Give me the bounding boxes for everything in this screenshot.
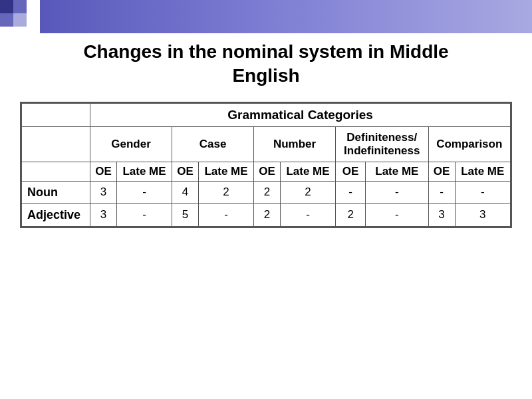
number-oe-header: OE [254, 162, 281, 181]
noun-case-oe: 4 [172, 181, 199, 203]
number-header: Number [254, 126, 336, 162]
gender-me-header: Late ME [117, 162, 172, 181]
gender-oe-header: OE [90, 162, 117, 181]
adj-case-oe: 5 [172, 203, 199, 226]
number-me-header: Late ME [280, 162, 335, 181]
def-me-header: Late ME [366, 162, 428, 181]
grammatical-categories-table: Grammatical Categories Gender Case Numbe… [21, 103, 511, 227]
adj-gender-oe: 3 [90, 203, 117, 226]
comp-oe-header: OE [428, 162, 455, 181]
noun-gender-me: - [117, 181, 172, 203]
adj-number-me: - [280, 203, 335, 226]
noun-label: Noun [22, 181, 90, 203]
noun-gender-oe: 3 [90, 181, 117, 203]
empty-top-left [22, 103, 90, 126]
case-oe-header: OE [172, 162, 199, 181]
adj-def-oe: 2 [336, 203, 366, 226]
noun-number-me: 2 [280, 181, 335, 203]
comparison-header: Compari­son [428, 126, 511, 162]
grammatical-categories-header: Grammatical Categories [90, 103, 511, 126]
adjective-row: Adjective 3 - 5 - 2 - 2 - 3 3 [22, 203, 511, 226]
adj-def-me: - [366, 203, 428, 226]
adj-gender-me: - [117, 203, 172, 226]
main-table-container: Grammatical Categories Gender Case Numbe… [20, 102, 512, 228]
adj-number-oe: 2 [254, 203, 281, 226]
def-oe-header: OE [336, 162, 366, 181]
definiteness-header: Definiteness/Indefiniteness [336, 126, 429, 162]
empty-category-label [22, 126, 90, 162]
category-names-row: Gender Case Number Definiteness/Indefini… [22, 126, 511, 162]
adj-comp-oe: 3 [428, 203, 455, 226]
noun-case-me: 2 [198, 181, 253, 203]
case-header: Case [172, 126, 254, 162]
empty-oe-me-label [22, 162, 90, 181]
adjective-label: Adjective [22, 203, 90, 226]
adj-comp-me: 3 [455, 203, 510, 226]
noun-def-me: - [366, 181, 428, 203]
adj-case-me: - [198, 203, 253, 226]
noun-comp-oe: - [428, 181, 455, 203]
comp-me-header: Late ME [455, 162, 510, 181]
noun-def-oe: - [336, 181, 366, 203]
header-decoration [0, 0, 532, 33]
corner-decoration [0, 0, 40, 40]
oe-me-subheader-row: OE Late ME OE Late ME OE Late ME OE Late… [22, 162, 511, 181]
grammatical-header-row: Grammatical Categories [22, 103, 511, 126]
noun-row: Noun 3 - 4 2 2 2 - - - - [22, 181, 511, 203]
gender-header: Gender [90, 126, 172, 162]
noun-comp-me: - [455, 181, 510, 203]
noun-number-oe: 2 [254, 181, 281, 203]
case-me-header: Late ME [198, 162, 253, 181]
